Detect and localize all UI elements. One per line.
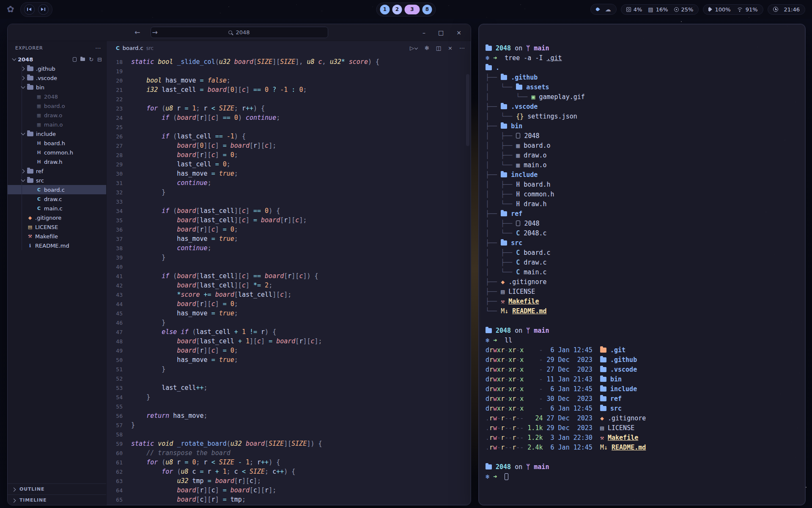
code-line-34[interactable]: 34 if (board[last_cell][c] == 0) {	[107, 206, 471, 215]
tree-item-main.o[interactable]: ▦main.o	[8, 120, 106, 129]
run-button[interactable]: ▷	[410, 45, 418, 51]
outline-section[interactable]: OUTLINE	[8, 483, 106, 494]
close-button[interactable]: ×	[456, 29, 461, 36]
code-line-18[interactable]: 18static bool _slide_col(u32 board[SIZE]…	[107, 57, 471, 66]
nav-back-icon[interactable]: ←	[134, 28, 140, 36]
tree-item-.github[interactable]: .github	[8, 64, 106, 73]
workspace-3-active[interactable]: 3	[405, 5, 420, 14]
tree-item-2048[interactable]: 2048↻⊟	[8, 55, 106, 64]
code-line-64[interactable]: 64 board[r][c] = board[c][r];	[107, 486, 471, 495]
weather-widget[interactable]: ☁	[590, 4, 617, 15]
code-line-41[interactable]: 41 if (board[last_cell][c] == board[r][c…	[107, 271, 471, 281]
code-line-35[interactable]: 35 board[last_cell][c] = board[r][c];	[107, 215, 471, 225]
code-line-26[interactable]: 26 if (last_cell == -1) {	[107, 132, 471, 141]
chevron-right-icon[interactable]	[20, 168, 27, 174]
code-line-53[interactable]: 53 last_cell++;	[107, 383, 471, 392]
tree-item-draw.c[interactable]: Cdraw.c	[8, 194, 106, 204]
code-line-65[interactable]: 65 board[c][r] = tmp;	[107, 495, 471, 504]
tree-item-.gitignore[interactable]: ◆.gitignore	[8, 213, 106, 222]
new-file-icon[interactable]	[73, 57, 77, 62]
split-editor-icon[interactable]: ◫	[436, 45, 441, 51]
code-line-52[interactable]: 52	[107, 374, 471, 383]
tree-item-board.c[interactable]: Cboard.c	[8, 185, 106, 194]
code-line-38[interactable]: 38 continue;	[107, 243, 471, 253]
tree-item-bin[interactable]: bin	[8, 83, 106, 92]
code-line-31[interactable]: 31 continue;	[107, 178, 471, 188]
close-editor-icon[interactable]: ×	[448, 45, 453, 51]
volume-stat[interactable]: 100%	[708, 6, 730, 13]
code-line-55[interactable]: 55	[107, 402, 471, 411]
settings-gear-icon[interactable]: ✻	[425, 45, 429, 51]
code-line-62[interactable]: 62 for (u8 c = r + 1; c < SIZE; c++) {	[107, 467, 471, 476]
minimize-button[interactable]: –	[422, 29, 425, 36]
code-line-43[interactable]: 43 *score += board[last_cell][c];	[107, 290, 471, 299]
tree-item-include[interactable]: include	[8, 129, 106, 138]
editor-scrollbar[interactable]	[466, 74, 469, 146]
workspace-2[interactable]: 2	[392, 5, 402, 14]
tree-item-board.o[interactable]: ▦board.o	[8, 101, 106, 110]
chevron-right-icon[interactable]	[20, 66, 27, 72]
code-line-36[interactable]: 36 board[r][c] = 0;	[107, 225, 471, 234]
code-line-63[interactable]: 63 u32 tmp = board[r][c];	[107, 476, 471, 486]
refresh-icon[interactable]: ↻	[89, 56, 93, 63]
code-line-25[interactable]: 25	[107, 122, 471, 132]
tree-item-Makefile[interactable]: ⚒Makefile	[8, 232, 106, 241]
tree-item-common.h[interactable]: Hcommon.h	[8, 148, 106, 157]
code-line-33[interactable]: 33	[107, 197, 471, 206]
maximize-button[interactable]: □	[438, 29, 444, 36]
collapse-all-icon[interactable]: ⊟	[97, 56, 102, 63]
editor-titlebar[interactable]: ← → 2048 – □ ×	[8, 24, 471, 41]
code-line-22[interactable]: 22	[107, 94, 471, 104]
chevron-right-icon[interactable]	[20, 75, 27, 81]
code-line-37[interactable]: 37 has_move = true;	[107, 234, 471, 243]
tree-item-draw.o[interactable]: ▦draw.o	[8, 110, 106, 120]
explorer-more-icon[interactable]: ⋯	[95, 44, 101, 51]
code-line-48[interactable]: 48 board[last_cell + 1][c] = board[r][c]…	[107, 337, 471, 346]
workspace-8[interactable]: 8	[422, 5, 432, 14]
code-line-29[interactable]: 29 last_cell = 0;	[107, 160, 471, 169]
media-next-button[interactable]	[38, 4, 49, 15]
command-center-search[interactable]: 2048	[151, 27, 328, 38]
code-line-58[interactable]: 58	[107, 430, 471, 439]
code-line-54[interactable]: 54 }	[107, 392, 471, 402]
code-line-45[interactable]: 45 has_move = true;	[107, 309, 471, 318]
code-line-59[interactable]: 59static void _rotate_board(u32 board[SI…	[107, 439, 471, 448]
code-line-57[interactable]: 57}	[107, 420, 471, 430]
code-line-20[interactable]: 20 bool has_move = false;	[107, 76, 471, 85]
tree-item-ref[interactable]: ref	[8, 166, 106, 176]
code-line-24[interactable]: 24 if (board[r][c] == 0) continue;	[107, 113, 471, 122]
code-line-21[interactable]: 21 i32 last_cell = board[0][c] == 0 ? -1…	[107, 85, 471, 94]
chevron-down-icon[interactable]	[20, 131, 27, 137]
code-line-32[interactable]: 32 }	[107, 188, 471, 197]
code-editor[interactable]: 18static bool _slide_col(u32 board[SIZE]…	[107, 55, 471, 505]
tree-item-LICENSE[interactable]: ▤LICENSE	[8, 222, 106, 232]
tree-item-README.md[interactable]: ℹREADME.md	[8, 241, 106, 250]
code-line-39[interactable]: 39 }	[107, 253, 471, 262]
code-line-23[interactable]: 23 for (u8 r = 1; r < SIZE; r++) {	[107, 104, 471, 113]
code-line-44[interactable]: 44 board[r][c] = 0;	[107, 299, 471, 309]
launcher-logo-icon[interactable]: ✿	[7, 4, 14, 14]
chevron-down-icon[interactable]	[20, 177, 27, 183]
code-line-19[interactable]: 19	[107, 66, 471, 76]
tree-item-board.h[interactable]: Hboard.h	[8, 138, 106, 148]
code-line-56[interactable]: 56 return has_move;	[107, 411, 471, 420]
more-actions-icon[interactable]: ⋯	[459, 45, 465, 51]
new-folder-icon[interactable]	[80, 58, 85, 61]
timeline-section[interactable]: TIMELINE	[8, 494, 106, 505]
tab-board-c[interactable]: C board.c src	[111, 41, 159, 55]
code-line-30[interactable]: 30 has_move = true;	[107, 169, 471, 178]
code-line-50[interactable]: 50 has_move = true;	[107, 355, 471, 364]
code-line-42[interactable]: 42 board[last_cell][c] *= 2;	[107, 281, 471, 290]
chevron-down-icon[interactable]	[11, 56, 18, 62]
tree-item-2048[interactable]: ▦2048	[8, 92, 106, 101]
code-line-49[interactable]: 49 board[r][c] = 0;	[107, 346, 471, 355]
code-line-51[interactable]: 51 }	[107, 364, 471, 374]
workspace-1[interactable]: 1	[380, 5, 390, 14]
code-line-27[interactable]: 27 board[0][c] = board[r][c];	[107, 141, 471, 150]
tree-item-draw.h[interactable]: Hdraw.h	[8, 157, 106, 166]
nav-forward-icon[interactable]: →	[152, 28, 157, 36]
chevron-down-icon[interactable]	[20, 84, 27, 90]
code-line-28[interactable]: 28 board[r][c] = 0;	[107, 150, 471, 160]
tree-item-main.c[interactable]: Cmain.c	[8, 204, 106, 213]
tree-item-src[interactable]: src	[8, 176, 106, 185]
